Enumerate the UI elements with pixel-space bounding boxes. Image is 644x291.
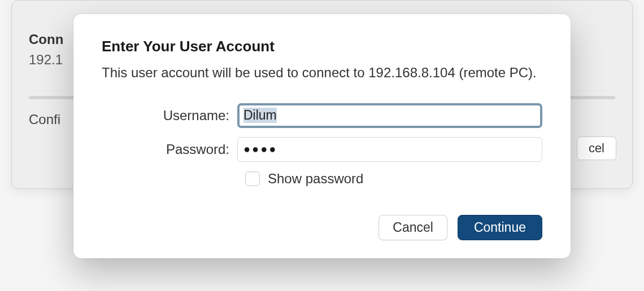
bg-cancel-button-partial[interactable]: cel	[577, 136, 616, 160]
button-row: Cancel Continue	[102, 215, 542, 240]
username-label: Username:	[102, 108, 237, 124]
username-value: Dilum	[243, 108, 277, 123]
show-password-row: Show password	[245, 171, 542, 187]
password-row: Password: ●●●●	[102, 137, 542, 162]
password-label: Password:	[102, 142, 237, 157]
username-row: Username: Dilum	[102, 103, 542, 128]
show-password-label: Show password	[268, 171, 363, 187]
username-input[interactable]: Dilum	[237, 103, 542, 128]
show-password-checkbox[interactable]	[245, 171, 260, 186]
modal-description: This user account will be used to connec…	[102, 63, 542, 83]
cancel-button[interactable]: Cancel	[378, 215, 447, 240]
user-account-modal: Enter Your User Account This user accoun…	[73, 14, 571, 258]
continue-button[interactable]: Continue	[458, 215, 542, 240]
modal-title: Enter Your User Account	[102, 38, 542, 55]
password-mask: ●●●●	[243, 143, 277, 155]
password-input[interactable]: ●●●●	[237, 137, 542, 162]
